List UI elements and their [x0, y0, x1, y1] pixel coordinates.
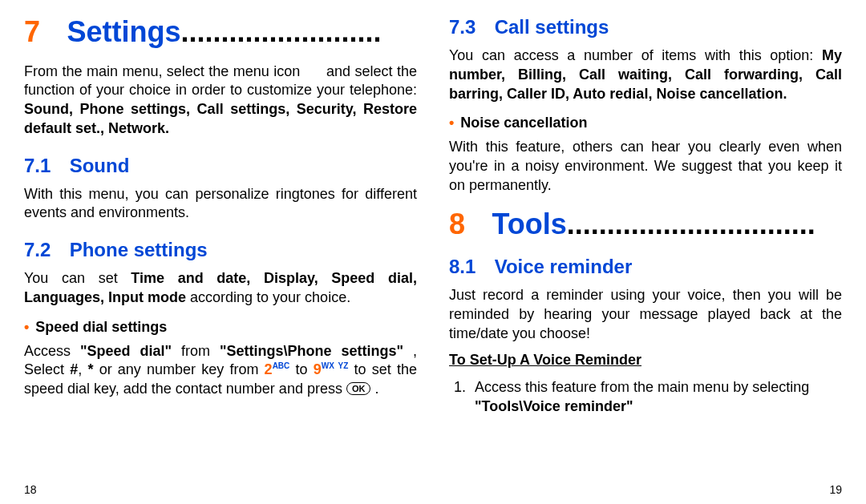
text: according to your choice. — [190, 289, 350, 305]
chapter-dots: ............................... — [567, 208, 815, 240]
bullet-icon: • — [24, 319, 29, 335]
section-title: Call settings — [495, 16, 609, 38]
chapter-dots: ......................... — [180, 15, 381, 48]
subsection-title: Noise cancellation — [460, 115, 587, 131]
chapter-number: 8 — [449, 208, 492, 240]
bullet-icon: • — [449, 115, 454, 131]
text-bold: Sound, Phone settings, Call settings, Se… — [24, 101, 417, 136]
text: Access this feature from the main menu b… — [475, 379, 809, 395]
right-page: 7.3 Call settings You can access a numbe… — [449, 16, 842, 496]
ok-button-icon: OK — [346, 382, 371, 395]
section-7-1-heading: 7.1 Sound — [24, 155, 417, 177]
section-number: 8.1 — [449, 256, 489, 278]
section-8-1-heading: 8.1 Voice reminder — [449, 256, 842, 278]
section-7-2-heading: 7.2 Phone settings — [24, 239, 417, 261]
hash-key-icon: # — [70, 361, 78, 377]
text: From the main menu, select the menu icon — [24, 63, 305, 79]
text: to — [295, 361, 313, 377]
section-7-3-body: You can access a number of items with th… — [449, 46, 842, 103]
star-key-icon: * — [87, 361, 93, 377]
chapter-title-wrap: Tools............................... — [492, 208, 842, 240]
key-2-icon: 2 — [265, 361, 273, 377]
text: or any number key from — [99, 361, 265, 377]
key-9-icon: 9 — [314, 361, 322, 377]
section-number: 7.1 — [24, 155, 64, 177]
page-spread: 7 Settings......................... From… — [0, 0, 866, 504]
chapter-7-intro: From the main menu, select the menu icon… — [24, 62, 417, 139]
section-7-2-body: You can set Time and date, Display, Spee… — [24, 269, 417, 308]
text-bold: "Settings\Phone settings" — [220, 343, 403, 359]
text-bold: "Tools\Voice reminder" — [475, 398, 633, 414]
noise-body: With this feature, others can hear you c… — [449, 138, 842, 195]
page-number-left: 18 — [24, 475, 417, 496]
text: from — [181, 343, 220, 359]
subsection-noise-cancellation: • Noise cancellation — [449, 115, 842, 131]
setup-heading: To Set-Up A Voice Reminder — [449, 351, 842, 370]
section-title: Sound — [70, 155, 130, 176]
text: . — [374, 381, 378, 397]
section-7-3-heading: 7.3 Call settings — [449, 16, 842, 38]
section-number: 7.3 — [449, 16, 489, 38]
subsection-speed-dial: • Speed dial settings — [24, 319, 417, 336]
section-7-1-body: With this menu, you can personalize ring… — [24, 185, 417, 224]
menu-icon: ​ — [305, 63, 322, 79]
chapter-number: 7 — [24, 16, 67, 48]
left-page: 7 Settings......................... From… — [24, 16, 417, 496]
chapter-8-heading: 8 Tools............................... — [449, 208, 842, 240]
chapter-title-wrap: Settings......................... — [67, 16, 417, 48]
page-number-right: 19 — [449, 475, 842, 496]
section-8-1-body: Just record a reminder using your voice,… — [449, 286, 842, 343]
text: , — [78, 361, 87, 377]
key-2-label: ABC — [273, 361, 290, 370]
key-9-label: WX YZ — [322, 361, 349, 370]
chapter-title: Tools — [492, 208, 566, 240]
setup-step-1: Access this feature from the main menu b… — [470, 378, 842, 417]
chapter-title: Settings — [67, 15, 180, 48]
section-number: 7.2 — [24, 239, 64, 261]
setup-title: To Set-Up A Voice Reminder — [449, 352, 641, 368]
chapter-7-heading: 7 Settings......................... — [24, 16, 417, 48]
text: Access — [24, 343, 80, 359]
section-title: Phone settings — [70, 239, 208, 260]
subsection-title: Speed dial settings — [35, 319, 167, 335]
text: You can set — [24, 270, 131, 286]
speed-dial-body: Access "Speed dial" from "Settings\Phone… — [24, 342, 417, 399]
section-title: Voice reminder — [495, 256, 633, 277]
setup-steps-list: Access this feature from the main menu b… — [449, 378, 842, 417]
text: You can access a number of items with th… — [449, 47, 822, 63]
text-bold: "Speed dial" — [80, 343, 172, 359]
